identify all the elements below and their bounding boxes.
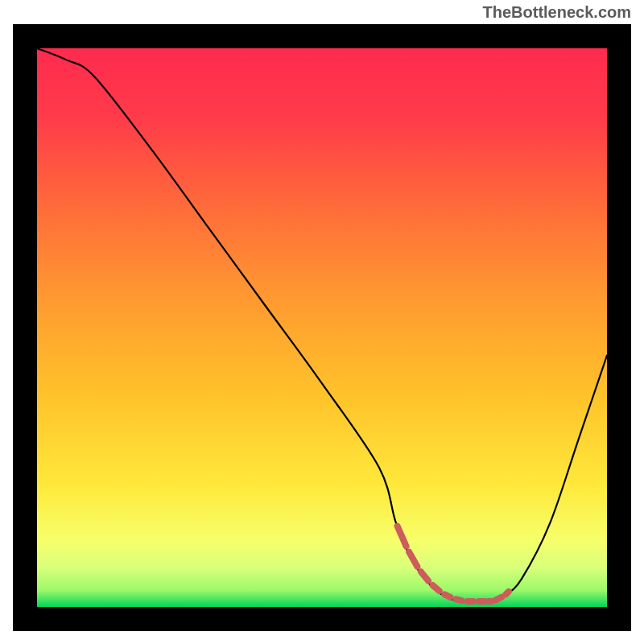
chart-background — [37, 48, 607, 607]
optimal-marker — [444, 594, 450, 597]
optimal-marker — [506, 592, 509, 594]
bottleneck-chart — [37, 48, 607, 607]
attribution-text: TheBottleneck.com — [483, 3, 631, 22]
optimal-marker — [456, 599, 461, 601]
chart-border — [13, 24, 631, 631]
optimal-marker — [496, 597, 502, 600]
chart-plot-area — [37, 48, 607, 607]
optimal-marker — [433, 585, 440, 591]
